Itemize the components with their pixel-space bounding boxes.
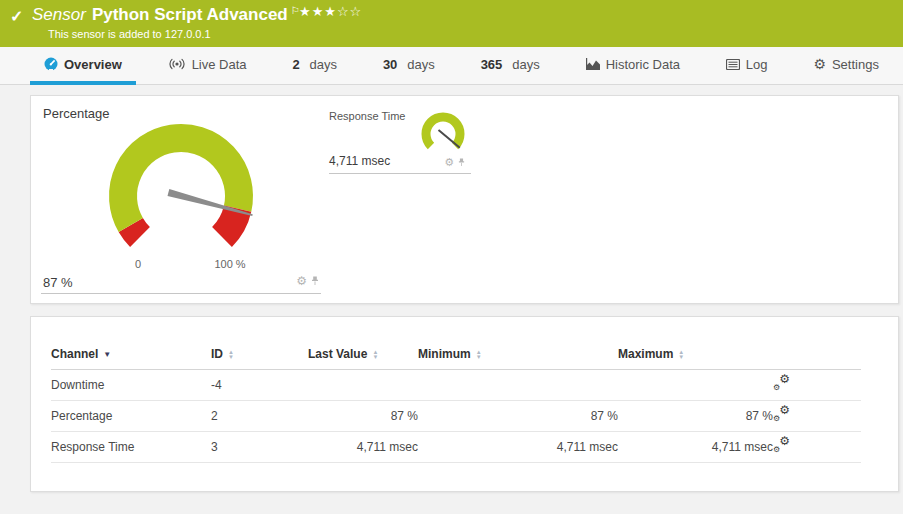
tab-label: days	[512, 57, 539, 72]
tab-label: Log	[746, 57, 768, 72]
channel-settings-icon[interactable]: ⚙⚙	[773, 376, 790, 391]
tab-overview[interactable]: Overview	[30, 47, 136, 85]
gauge-green-zone	[426, 117, 460, 146]
cell-minimum	[418, 370, 618, 401]
col-header-actions	[773, 343, 861, 370]
gauge-settings-icon[interactable]: ⚙	[296, 275, 307, 287]
col-label: Last Value	[308, 347, 367, 361]
tab-historic-data[interactable]: Historic Data	[572, 47, 694, 85]
sort-icon: ▲▼	[476, 350, 482, 360]
cell-last-value	[308, 370, 418, 401]
tab-bar: Overview Live Data 2 days 30 days 365 da…	[0, 47, 903, 85]
percentage-gauge	[101, 120, 261, 252]
col-label: Channel	[51, 347, 98, 361]
priority-stars[interactable]: ★★★☆☆	[299, 4, 362, 19]
table-row[interactable]: Response Time 3 4,711 msec 4,711 msec 4,…	[51, 432, 861, 463]
cell-maximum: 87 %	[618, 401, 773, 432]
gauge-green-zone	[123, 138, 239, 225]
channels-table: Channel▼ ID▲▼ Last Value▲▼ Minimum▲▼ Max…	[51, 343, 861, 463]
sort-icon: ▲▼	[228, 350, 234, 360]
col-header-channel[interactable]: Channel▼	[51, 343, 211, 370]
live-data-icon	[168, 58, 186, 70]
gauge-title: Percentage	[43, 106, 110, 121]
tab-number: 365	[481, 57, 503, 72]
cell-maximum: 4,711 msec	[618, 432, 773, 463]
response-time-gauge-widget: Response Time 4,711 msec ⚙	[329, 108, 471, 174]
tab-label: days	[407, 57, 434, 72]
cell-minimum: 87 %	[418, 401, 618, 432]
gear-icon: ⚙	[813, 57, 826, 71]
tab-label: Settings	[832, 57, 879, 72]
tab-30-days[interactable]: 30 days	[369, 47, 449, 85]
sensor-subtitle: This sensor is added to 127.0.0.1	[48, 28, 211, 40]
tab-label: Overview	[64, 57, 122, 72]
response-time-gauge	[419, 108, 467, 156]
stars-filled: ★★★	[299, 4, 337, 19]
col-label: ID	[211, 347, 223, 361]
gauge-title: Response Time	[329, 110, 405, 122]
table-header-row: Channel▼ ID▲▼ Last Value▲▼ Minimum▲▼ Max…	[51, 343, 861, 370]
col-header-last-value[interactable]: Last Value▲▼	[308, 343, 418, 370]
col-label: Minimum	[418, 347, 471, 361]
tab-log[interactable]: Log	[712, 47, 782, 85]
log-icon	[726, 59, 740, 70]
gauge-red-zone-low	[131, 225, 140, 237]
sort-desc-icon: ▼	[103, 350, 111, 359]
tab-label: Live Data	[192, 57, 247, 72]
tab-label: Historic Data	[606, 57, 680, 72]
table-row[interactable]: Downtime -4 ⚙⚙	[51, 370, 861, 401]
sensor-title: Python Script Advanced	[92, 5, 288, 24]
tab-2-days[interactable]: 2 days	[278, 47, 351, 85]
cell-id: -4	[211, 370, 308, 401]
gauge-red-zone-high	[222, 209, 238, 237]
cell-channel[interactable]: Response Time	[51, 432, 211, 463]
gauge-value: 4,711 msec	[329, 154, 390, 168]
pin-icon[interactable]	[458, 153, 465, 171]
status-check-icon: ✓	[10, 7, 23, 26]
col-header-id[interactable]: ID▲▼	[211, 343, 308, 370]
cell-last-value: 4,711 msec	[308, 432, 418, 463]
gauge-icon	[44, 57, 58, 71]
overview-gauges-panel: Percentage 0 100 % 87 % ⚙ Response Time …	[30, 95, 899, 304]
sort-icon: ▲▼	[678, 350, 684, 360]
tab-number: 2	[292, 57, 299, 72]
col-header-minimum[interactable]: Minimum▲▼	[418, 343, 618, 370]
tab-label: days	[310, 57, 337, 72]
gauge-settings-icon[interactable]: ⚙	[444, 157, 454, 168]
gauge-min-label: 0	[126, 258, 150, 270]
gauge-value: 87 %	[43, 275, 73, 290]
cell-id: 2	[211, 401, 308, 432]
tab-365-days[interactable]: 365 days	[467, 47, 554, 85]
col-label: Maximum	[618, 347, 673, 361]
historic-chart-icon	[586, 58, 600, 70]
pin-icon[interactable]	[311, 272, 319, 290]
percentage-gauge-widget: Percentage 0 100 % 87 % ⚙	[41, 104, 321, 294]
sort-icon: ▲▼	[372, 350, 378, 360]
stars-empty: ☆☆	[337, 4, 362, 19]
channel-settings-icon[interactable]: ⚙⚙	[773, 407, 790, 422]
table-row[interactable]: Percentage 2 87 % 87 % 87 % ⚙⚙	[51, 401, 861, 432]
cell-last-value: 87 %	[308, 401, 418, 432]
cell-channel[interactable]: Downtime	[51, 370, 211, 401]
cell-minimum: 4,711 msec	[418, 432, 618, 463]
object-kind-label: Sensor	[32, 5, 86, 24]
cell-maximum	[618, 370, 773, 401]
tab-number: 30	[383, 57, 397, 72]
sensor-status-banner: ✓ SensorPython Script Advanced⚐ ★★★☆☆ Th…	[0, 0, 903, 47]
cell-channel[interactable]: Percentage	[51, 401, 211, 432]
cell-id: 3	[211, 432, 308, 463]
channels-panel: Channel▼ ID▲▼ Last Value▲▼ Minimum▲▼ Max…	[30, 316, 899, 492]
col-header-maximum[interactable]: Maximum▲▼	[618, 343, 773, 370]
tab-settings[interactable]: ⚙ Settings	[799, 47, 893, 85]
gauge-max-label: 100 %	[207, 258, 253, 270]
tab-live-data[interactable]: Live Data	[154, 47, 261, 85]
channel-settings-icon[interactable]: ⚙⚙	[773, 438, 790, 453]
